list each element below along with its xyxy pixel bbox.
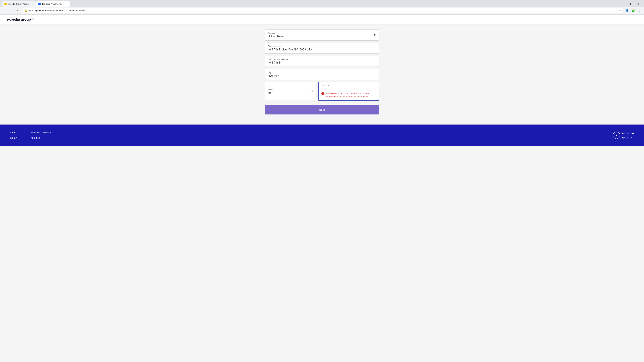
window-controls: — ❐ ✕	[618, 2, 642, 6]
state-label: State	[268, 88, 311, 91]
city-label: City	[268, 71, 376, 73]
footer-signin-link[interactable]: Sign in	[10, 137, 17, 139]
zip-code-field[interactable]: ZIP code ! Postal code or zip code conta…	[318, 82, 379, 101]
state-value: NY	[268, 91, 311, 94]
zip-error-container: ! Postal code or zip code contains one o…	[321, 92, 376, 98]
country-dropdown-arrow[interactable]: ▼	[373, 33, 376, 37]
country-value: United States	[268, 35, 284, 38]
browser-toolbar: ← → ↻ 🔒 apps.expediapartnercentral.com/e…	[0, 7, 644, 14]
footer-logo-light: expedia	[622, 131, 634, 135]
footer-faqs-link[interactable]: FAQs	[10, 131, 17, 134]
tab1-favicon	[4, 3, 7, 5]
street-address-field[interactable]: Street address 40 E 7th St New York NY 1…	[265, 42, 379, 54]
footer-logo-text: expedia group	[622, 131, 634, 139]
tab2-label: List Your Property with Expedia...	[42, 3, 64, 5]
tab1-close[interactable]: ✕	[31, 3, 34, 5]
toolbar-actions: 👤 🧩 ⋮	[624, 8, 642, 13]
unit-number-field[interactable]: Unit number (optional) 40 E 7th St	[265, 56, 379, 67]
state-field[interactable]: State NY ▼	[265, 82, 316, 101]
new-tab-button[interactable]: +	[70, 2, 75, 6]
browser-titlebar: Expedia Travel: Vacation Home... ✕ List …	[0, 0, 644, 7]
tab-expedia-vacation[interactable]: Expedia Travel: Vacation Home... ✕	[2, 1, 36, 7]
tab2-favicon	[38, 3, 41, 5]
url-text: apps.expediapartnercentral.com/en_US/lis…	[28, 9, 618, 12]
browser-chrome: Expedia Travel: Vacation Home... ✕ List …	[0, 0, 644, 14]
bookmark-icon[interactable]: ☆	[619, 9, 621, 12]
unit-label: Unit number (optional)	[268, 58, 376, 60]
city-field[interactable]: City New York	[265, 69, 379, 80]
page-header: expedia group™	[0, 14, 644, 24]
close-button[interactable]: ✕	[634, 2, 642, 6]
street-label: Street address	[268, 45, 376, 47]
tab1-label: Expedia Travel: Vacation Home...	[8, 3, 30, 5]
extensions-icon[interactable]: 🧩	[630, 8, 636, 13]
error-icon: !	[321, 92, 324, 95]
expedia-logo: expedia group™	[7, 17, 637, 22]
state-dropdown-arrow[interactable]: ▼	[311, 90, 314, 93]
city-value: New York	[268, 74, 376, 77]
footer-logo-icon: e	[613, 132, 620, 139]
lock-icon: 🔒	[24, 9, 27, 12]
back-button[interactable]: ←	[2, 8, 8, 13]
footer-logo-bold: group	[622, 135, 632, 139]
main-form-area: Country United States ▼ Street address 4…	[262, 24, 382, 124]
maximize-button[interactable]: ❐	[626, 2, 634, 6]
unit-value: 40 E 7th St	[268, 61, 376, 64]
page-footer: FAQs Sign in Inclusion statement About U…	[0, 124, 644, 146]
forward-button[interactable]: →	[9, 8, 14, 13]
next-button[interactable]: Next	[265, 105, 379, 114]
footer-col-1: FAQs Sign in	[10, 131, 17, 139]
menu-icon[interactable]: ⋮	[636, 8, 642, 13]
footer-logo-area: e expedia group	[613, 131, 634, 139]
minimize-button[interactable]: —	[618, 2, 625, 6]
tab-list-property[interactable]: List Your Property with Expedia... ✕	[36, 1, 70, 7]
profile-icon[interactable]: 👤	[624, 8, 630, 13]
country-label: Country	[268, 32, 284, 34]
address-bar[interactable]: 🔒 apps.expediapartnercentral.com/en_US/l…	[22, 8, 623, 13]
logo-text-light: expedia	[7, 17, 21, 21]
reload-button[interactable]: ↻	[16, 8, 21, 13]
tab2-close[interactable]: ✕	[65, 3, 68, 5]
page-content: expedia group™ Country United States ▼ S…	[0, 14, 644, 362]
zip-error-text: Postal code or zip code contains one or …	[326, 92, 376, 98]
footer-inclusion-link[interactable]: Inclusion statement	[31, 131, 51, 134]
footer-about-link[interactable]: About Us	[31, 137, 51, 139]
zip-placeholder-label: ZIP code	[321, 84, 376, 87]
logo-text-bold: group	[21, 17, 31, 21]
country-field[interactable]: Country United States ▼	[265, 29, 379, 40]
footer-col-2: Inclusion statement About Us	[31, 131, 51, 139]
state-zip-row: State NY ▼ ZIP code ! Postal code or zip…	[265, 82, 379, 101]
street-value: 40 E 7th St New York NY 10003 USA	[268, 48, 376, 51]
